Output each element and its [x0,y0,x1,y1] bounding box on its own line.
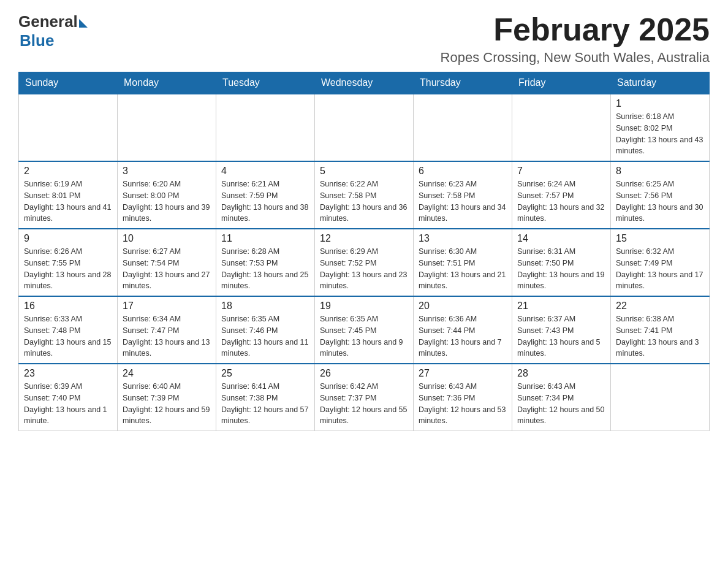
day-info: Sunrise: 6:35 AMSunset: 7:45 PMDaylight:… [320,313,408,359]
calendar-cell: 20Sunrise: 6:36 AMSunset: 7:44 PMDayligh… [414,296,512,364]
day-info: Sunrise: 6:42 AMSunset: 7:37 PMDaylight:… [320,381,408,427]
day-number: 12 [320,233,408,244]
calendar-header-monday: Monday [118,72,216,94]
day-info: Sunrise: 6:39 AMSunset: 7:40 PMDaylight:… [24,381,112,427]
day-number: 17 [123,301,211,312]
calendar-week-row: 23Sunrise: 6:39 AMSunset: 7:40 PMDayligh… [19,364,710,431]
day-info: Sunrise: 6:18 AMSunset: 8:02 PMDaylight:… [616,111,704,157]
calendar-cell: 8Sunrise: 6:25 AMSunset: 7:56 PMDaylight… [611,161,710,229]
day-info: Sunrise: 6:24 AMSunset: 7:57 PMDaylight:… [517,178,605,224]
logo-arrow-icon [79,19,88,28]
location-subtitle: Ropes Crossing, New South Wales, Austral… [441,50,710,66]
calendar-cell: 9Sunrise: 6:26 AMSunset: 7:55 PMDaylight… [19,229,118,296]
calendar-cell: 5Sunrise: 6:22 AMSunset: 7:58 PMDaylight… [315,161,414,229]
day-info: Sunrise: 6:32 AMSunset: 7:49 PMDaylight:… [616,246,704,292]
day-info: Sunrise: 6:19 AMSunset: 8:01 PMDaylight:… [24,178,112,224]
calendar-cell: 27Sunrise: 6:43 AMSunset: 7:36 PMDayligh… [414,364,512,431]
calendar-week-row: 16Sunrise: 6:33 AMSunset: 7:48 PMDayligh… [19,296,710,364]
calendar-cell: 4Sunrise: 6:21 AMSunset: 7:59 PMDaylight… [216,161,315,229]
day-number: 18 [221,301,309,312]
day-number: 2 [24,166,112,177]
day-info: Sunrise: 6:23 AMSunset: 7:58 PMDaylight:… [419,178,507,224]
title-area: February 2025 Ropes Crossing, New South … [441,12,710,66]
calendar-cell [216,94,315,161]
day-info: Sunrise: 6:36 AMSunset: 7:44 PMDaylight:… [419,313,507,359]
logo-general-text: General [18,12,78,31]
day-number: 20 [419,301,507,312]
calendar-cell: 26Sunrise: 6:42 AMSunset: 7:37 PMDayligh… [315,364,414,431]
day-info: Sunrise: 6:38 AMSunset: 7:41 PMDaylight:… [616,313,704,359]
calendar-week-row: 1Sunrise: 6:18 AMSunset: 8:02 PMDaylight… [19,94,710,161]
calendar-cell: 15Sunrise: 6:32 AMSunset: 7:49 PMDayligh… [611,229,710,296]
month-year-title: February 2025 [441,12,710,47]
day-info: Sunrise: 6:37 AMSunset: 7:43 PMDaylight:… [517,313,605,359]
day-number: 22 [616,301,704,312]
calendar-cell: 11Sunrise: 6:28 AMSunset: 7:53 PMDayligh… [216,229,315,296]
logo: General Blue [18,12,88,50]
calendar-cell: 16Sunrise: 6:33 AMSunset: 7:48 PMDayligh… [19,296,118,364]
calendar-week-row: 2Sunrise: 6:19 AMSunset: 8:01 PMDaylight… [19,161,710,229]
calendar-cell: 19Sunrise: 6:35 AMSunset: 7:45 PMDayligh… [315,296,414,364]
calendar-header-wednesday: Wednesday [315,72,414,94]
day-info: Sunrise: 6:22 AMSunset: 7:58 PMDaylight:… [320,178,408,224]
calendar-cell: 28Sunrise: 6:43 AMSunset: 7:34 PMDayligh… [512,364,611,431]
calendar-cell: 1Sunrise: 6:18 AMSunset: 8:02 PMDaylight… [611,94,710,161]
day-info: Sunrise: 6:27 AMSunset: 7:54 PMDaylight:… [123,246,211,292]
day-info: Sunrise: 6:29 AMSunset: 7:52 PMDaylight:… [320,246,408,292]
day-number: 15 [616,233,704,244]
day-number: 24 [123,368,211,379]
day-number: 27 [419,368,507,379]
day-number: 4 [221,166,309,177]
day-number: 7 [517,166,605,177]
calendar-cell [118,94,216,161]
calendar-header-sunday: Sunday [19,72,118,94]
calendar-cell: 7Sunrise: 6:24 AMSunset: 7:57 PMDaylight… [512,161,611,229]
calendar-cell [315,94,414,161]
day-info: Sunrise: 6:33 AMSunset: 7:48 PMDaylight:… [24,313,112,359]
calendar-header-tuesday: Tuesday [216,72,315,94]
page-header: General Blue February 2025 Ropes Crossin… [18,12,710,66]
day-number: 16 [24,301,112,312]
calendar-cell: 14Sunrise: 6:31 AMSunset: 7:50 PMDayligh… [512,229,611,296]
calendar-header-saturday: Saturday [611,72,710,94]
day-info: Sunrise: 6:20 AMSunset: 8:00 PMDaylight:… [123,178,211,224]
calendar-cell: 6Sunrise: 6:23 AMSunset: 7:58 PMDaylight… [414,161,512,229]
calendar-header-friday: Friday [512,72,611,94]
calendar-cell [19,94,118,161]
calendar-cell: 12Sunrise: 6:29 AMSunset: 7:52 PMDayligh… [315,229,414,296]
day-number: 28 [517,368,605,379]
calendar-table: SundayMondayTuesdayWednesdayThursdayFrid… [18,72,710,431]
calendar-cell: 25Sunrise: 6:41 AMSunset: 7:38 PMDayligh… [216,364,315,431]
day-number: 5 [320,166,408,177]
calendar-week-row: 9Sunrise: 6:26 AMSunset: 7:55 PMDaylight… [19,229,710,296]
day-number: 19 [320,301,408,312]
day-info: Sunrise: 6:31 AMSunset: 7:50 PMDaylight:… [517,246,605,292]
calendar-cell: 2Sunrise: 6:19 AMSunset: 8:01 PMDaylight… [19,161,118,229]
calendar-cell: 3Sunrise: 6:20 AMSunset: 8:00 PMDaylight… [118,161,216,229]
day-info: Sunrise: 6:34 AMSunset: 7:47 PMDaylight:… [123,313,211,359]
day-number: 23 [24,368,112,379]
day-info: Sunrise: 6:28 AMSunset: 7:53 PMDaylight:… [221,246,309,292]
day-number: 1 [616,98,704,109]
day-info: Sunrise: 6:26 AMSunset: 7:55 PMDaylight:… [24,246,112,292]
day-number: 3 [123,166,211,177]
day-number: 9 [24,233,112,244]
calendar-cell [512,94,611,161]
calendar-cell: 17Sunrise: 6:34 AMSunset: 7:47 PMDayligh… [118,296,216,364]
day-info: Sunrise: 6:43 AMSunset: 7:36 PMDaylight:… [419,381,507,427]
calendar-header-thursday: Thursday [414,72,512,94]
calendar-cell: 13Sunrise: 6:30 AMSunset: 7:51 PMDayligh… [414,229,512,296]
day-number: 13 [419,233,507,244]
calendar-cell: 22Sunrise: 6:38 AMSunset: 7:41 PMDayligh… [611,296,710,364]
calendar-cell: 10Sunrise: 6:27 AMSunset: 7:54 PMDayligh… [118,229,216,296]
day-info: Sunrise: 6:30 AMSunset: 7:51 PMDaylight:… [419,246,507,292]
day-number: 25 [221,368,309,379]
day-info: Sunrise: 6:25 AMSunset: 7:56 PMDaylight:… [616,178,704,224]
calendar-cell [611,364,710,431]
calendar-cell: 23Sunrise: 6:39 AMSunset: 7:40 PMDayligh… [19,364,118,431]
day-info: Sunrise: 6:35 AMSunset: 7:46 PMDaylight:… [221,313,309,359]
calendar-cell: 24Sunrise: 6:40 AMSunset: 7:39 PMDayligh… [118,364,216,431]
day-number: 6 [419,166,507,177]
calendar-cell [414,94,512,161]
calendar-cell: 18Sunrise: 6:35 AMSunset: 7:46 PMDayligh… [216,296,315,364]
